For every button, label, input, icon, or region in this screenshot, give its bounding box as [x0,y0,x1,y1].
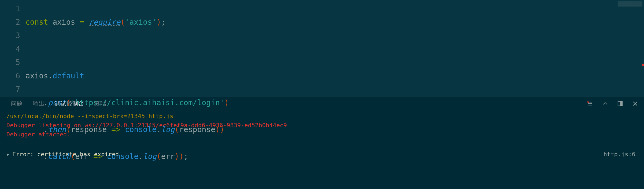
overview-ruler-marker [642,64,644,66]
error-source-link[interactable]: http.js:6 [604,150,638,159]
clear-console-icon[interactable] [587,100,594,107]
code-line[interactable]: axios.default [25,69,598,83]
code-content[interactable]: const axios = require('axios'); axios.de… [25,0,598,97]
tab-problems[interactable]: 问题 [11,100,23,108]
line-number: 3 [0,29,25,42]
tab-terminal[interactable]: 终端 [94,100,106,108]
close-icon[interactable] [632,100,639,107]
code-line[interactable]: .catch(err => console.log(err)); [25,150,598,163]
editor-area: 1 2 3 4 5 6 7 const axios = require('axi… [0,0,644,97]
chevron-right-icon[interactable]: ▸ [6,150,10,159]
minimap[interactable] [598,0,644,97]
panel-actions [587,100,639,107]
tab-debug-console[interactable]: 调试控制台 [55,100,84,108]
tab-output[interactable]: 输出 [33,100,45,108]
code-line[interactable]: .then(response => console.log(response)) [25,123,598,136]
code-line[interactable] [25,42,598,56]
panel-tabs: 问题 输出 调试控制台 终端 [0,97,644,110]
svg-rect-6 [620,101,622,106]
panel-layout-icon[interactable] [617,100,624,107]
line-number: 7 [0,83,25,96]
chevron-up-icon[interactable] [602,100,609,107]
line-number-gutter: 1 2 3 4 5 6 7 [0,0,25,97]
line-number: 5 [0,56,25,69]
line-number: 4 [0,42,25,56]
line-number: 1 [0,2,25,16]
minimap-preview [618,1,642,9]
line-number: 2 [0,16,25,29]
code-line[interactable]: const axios = require('axios'); [25,16,598,29]
line-number: 6 [0,69,25,83]
